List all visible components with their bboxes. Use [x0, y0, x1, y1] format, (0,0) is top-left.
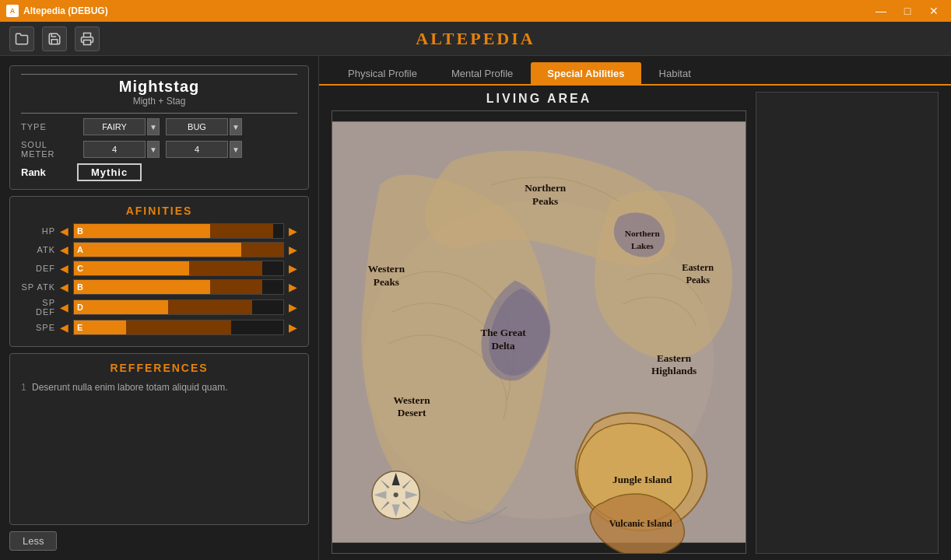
affinity-label-4: SP DEF [21, 298, 55, 317]
afinities-section: AFINITIES HP ◀ B ▶ ATK ◀ A ▶ DEF ◀ C [9, 196, 309, 347]
references-section: REFFERENCES 1 Deserunt nulla enim labore… [9, 353, 309, 525]
left-panel: Mightstag Migth + Stag TYPE FAIRY ▼ BUG … [0, 56, 319, 560]
creature-subtitle: Migth + Stag [21, 96, 297, 107]
type1-select[interactable]: FAIRY [83, 118, 146, 135]
type2-arrow[interactable]: ▼ [230, 118, 242, 135]
tab-mental[interactable]: Mental Profile [435, 62, 529, 84]
tab-bar: Physical Profile Mental Profile Special … [319, 56, 951, 86]
tab-habitat[interactable]: Habitat [643, 62, 707, 84]
affinity-grade-5: E [74, 320, 126, 334]
svg-point-29 [394, 492, 398, 497]
map-container: Western Peaks Northern Peaks Northern La… [332, 110, 746, 554]
soul-row: SOUL METER 4 ▼ 4 ▼ [21, 140, 297, 159]
svg-text:The Great: The Great [480, 327, 526, 338]
type1-select-wrap: FAIRY ▼ [83, 118, 160, 135]
references-title: REFFERENCES [21, 362, 297, 374]
affinity-arrow-right-0[interactable]: ▶ [289, 225, 297, 237]
affinity-arrow-right-4[interactable]: ▶ [289, 301, 297, 313]
rank-row: Rank Mythic [21, 163, 297, 181]
type1-arrow[interactable]: ▼ [147, 118, 160, 135]
affinity-row-def: DEF ◀ C ▶ [21, 261, 297, 276]
svg-text:Delta: Delta [491, 340, 515, 352]
tab-special[interactable]: Special Abilities [531, 62, 640, 84]
affinity-arrow-left-0[interactable]: ◀ [60, 225, 68, 237]
affinity-arrow-left-2[interactable]: ◀ [60, 262, 68, 275]
toolbar-title: ALTEPEDIA [416, 29, 535, 49]
svg-text:Peaks: Peaks [686, 275, 710, 285]
svg-text:Eastern: Eastern [657, 352, 692, 364]
svg-text:Peaks: Peaks [532, 195, 558, 207]
soul1-select[interactable]: 4 [83, 141, 146, 158]
tab-physical[interactable]: Physical Profile [332, 62, 433, 84]
affinity-arrow-left-5[interactable]: ◀ [60, 321, 68, 334]
close-button[interactable]: ✕ [923, 2, 945, 19]
affinity-arrow-right-3[interactable]: ▶ [289, 281, 297, 293]
minimize-button[interactable]: — [870, 2, 892, 19]
svg-text:Western: Western [394, 394, 431, 406]
affinity-arrow-right-2[interactable]: ▶ [289, 262, 297, 275]
svg-rect-0 [84, 40, 91, 44]
soul2-select-wrap: 4 ▼ [166, 141, 242, 158]
maximize-button[interactable]: □ [897, 2, 918, 19]
creature-card: Mightstag Migth + Stag TYPE FAIRY ▼ BUG … [9, 65, 309, 190]
soul1-select-wrap: 4 ▼ [83, 141, 160, 158]
affinity-bar-1: A [73, 242, 284, 257]
svg-text:Lakes: Lakes [631, 241, 654, 250]
svg-text:Vulcanic Island: Vulcanic Island [609, 518, 672, 529]
affinity-bar-0: B [73, 223, 284, 239]
soul1-arrow[interactable]: ▼ [147, 141, 160, 158]
affinity-arrow-left-3[interactable]: ◀ [60, 281, 68, 293]
svg-text:Northern: Northern [525, 182, 567, 194]
svg-text:Peaks: Peaks [374, 276, 399, 288]
affinity-grade-0: B [74, 224, 210, 238]
rank-badge: Mythic [77, 163, 142, 181]
affinity-row-hp: HP ◀ B ▶ [21, 223, 297, 239]
app-name: Altepedia (DEBUG) [23, 5, 108, 16]
soul2-arrow[interactable]: ▼ [230, 141, 242, 158]
titlebar: A Altepedia (DEBUG) — □ ✕ [0, 0, 951, 22]
type2-select[interactable]: BUG [166, 118, 228, 135]
save-button[interactable] [42, 26, 67, 51]
soul2-select[interactable]: 4 [166, 141, 228, 158]
print-button[interactable] [75, 26, 100, 51]
card-divider-bottom [21, 113, 297, 114]
rank-label: Rank [21, 166, 77, 178]
titlebar-controls: — □ ✕ [870, 2, 945, 19]
soul-label: SOUL METER [21, 140, 77, 159]
afinities-title: AFINITIES [21, 205, 297, 217]
affinity-row-spe: SPE ◀ E ▶ [21, 320, 297, 335]
right-side-panel [756, 92, 939, 554]
app-icon: A [6, 5, 19, 17]
living-area-section: LIVING AREA [332, 92, 746, 554]
affinity-arrow-left-1[interactable]: ◀ [60, 243, 68, 256]
creature-name: Mightstag [21, 78, 297, 96]
svg-text:Eastern: Eastern [682, 262, 714, 273]
type2-select-wrap: BUG ▼ [166, 118, 242, 135]
affinity-arrow-left-4[interactable]: ◀ [60, 301, 68, 313]
open-button[interactable] [9, 26, 34, 51]
type-label: TYPE [21, 122, 77, 131]
toolbar: ALTEPEDIA [0, 22, 951, 56]
type-row: TYPE FAIRY ▼ BUG ▼ [21, 118, 297, 135]
affinity-label-2: DEF [21, 264, 55, 273]
affinity-bar-4: D [73, 299, 284, 315]
map-svg: Western Peaks Northern Peaks Northern La… [332, 111, 746, 553]
living-area-title: LIVING AREA [332, 92, 746, 106]
affinity-arrow-right-5[interactable]: ▶ [289, 321, 297, 334]
affinity-grade-3: B [74, 280, 210, 294]
less-button[interactable]: Less [9, 531, 57, 551]
affinity-label-0: HP [21, 226, 55, 236]
affinity-arrow-right-1[interactable]: ▶ [289, 243, 297, 256]
affinity-row-spatk: SP ATK ◀ B ▶ [21, 279, 297, 295]
svg-text:Western: Western [368, 263, 405, 275]
affinity-label-5: SPE [21, 323, 55, 332]
affinity-row-atk: ATK ◀ A ▶ [21, 242, 297, 257]
affinity-bar-5: E [73, 320, 284, 335]
ref-item-text: Deserunt nulla enim labore totam aliquid… [32, 382, 227, 393]
svg-text:Highlands: Highlands [651, 365, 697, 376]
affinity-grade-4: D [74, 300, 168, 314]
affinity-label-3: SP ATK [21, 282, 55, 292]
map-area: LIVING AREA [319, 86, 951, 560]
card-divider-top [21, 74, 297, 75]
titlebar-left: A Altepedia (DEBUG) [6, 5, 108, 17]
